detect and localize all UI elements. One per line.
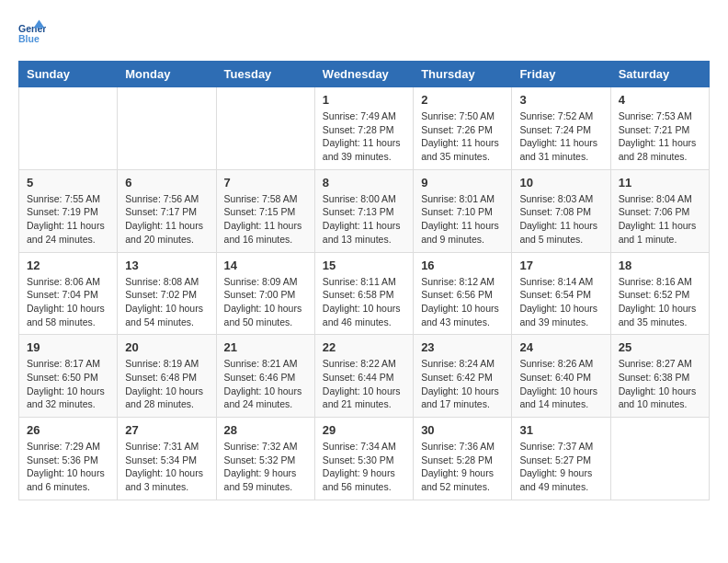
calendar-header-tuesday: Tuesday [216, 62, 314, 87]
calendar-cell-1-5: 2Sunrise: 7:50 AM Sunset: 7:26 PM Daylig… [414, 87, 512, 170]
day-number: 10 [519, 176, 602, 190]
calendar-cell-5-1: 26Sunrise: 7:29 AM Sunset: 5:36 PM Dayli… [19, 418, 118, 500]
calendar-header-thursday: Thursday [414, 62, 512, 87]
day-number: 25 [619, 340, 701, 354]
calendar-cell-4-7: 25Sunrise: 8:27 AM Sunset: 6:38 PM Dayli… [610, 335, 709, 418]
calendar-week-2: 5Sunrise: 7:55 AM Sunset: 7:19 PM Daylig… [19, 169, 710, 252]
calendar-week-5: 26Sunrise: 7:29 AM Sunset: 5:36 PM Dayli… [19, 418, 710, 500]
calendar-table: SundayMondayTuesdayWednesdayThursdayFrid… [18, 61, 710, 500]
day-info: Sunrise: 8:27 AM Sunset: 6:38 PM Dayligh… [619, 357, 701, 411]
day-info: Sunrise: 8:17 AM Sunset: 6:50 PM Dayligh… [27, 357, 109, 411]
calendar-week-1: 1Sunrise: 7:49 AM Sunset: 7:28 PM Daylig… [19, 87, 710, 170]
day-info: Sunrise: 8:01 AM Sunset: 7:10 PM Dayligh… [421, 192, 504, 247]
day-number: 1 [323, 93, 405, 107]
calendar-cell-3-4: 15Sunrise: 8:11 AM Sunset: 6:58 PM Dayli… [314, 252, 413, 335]
day-number: 28 [224, 423, 307, 437]
calendar-cell-1-2 [118, 87, 216, 170]
day-number: 22 [323, 340, 405, 354]
calendar-cell-2-4: 8Sunrise: 8:00 AM Sunset: 7:13 PM Daylig… [314, 169, 413, 252]
day-info: Sunrise: 7:49 AM Sunset: 7:28 PM Dayligh… [323, 109, 405, 164]
day-number: 5 [27, 176, 109, 190]
calendar-week-4: 19Sunrise: 8:17 AM Sunset: 6:50 PM Dayli… [19, 335, 710, 418]
day-info: Sunrise: 7:58 AM Sunset: 7:15 PM Dayligh… [224, 192, 307, 247]
calendar-cell-4-5: 23Sunrise: 8:24 AM Sunset: 6:42 PM Dayli… [414, 335, 512, 418]
day-info: Sunrise: 7:53 AM Sunset: 7:21 PM Dayligh… [619, 109, 701, 164]
calendar-header-row: SundayMondayTuesdayWednesdayThursdayFrid… [19, 62, 710, 87]
day-info: Sunrise: 8:00 AM Sunset: 7:13 PM Dayligh… [323, 192, 405, 247]
day-number: 8 [323, 176, 405, 190]
day-number: 7 [224, 176, 307, 190]
day-info: Sunrise: 8:11 AM Sunset: 6:58 PM Dayligh… [323, 275, 405, 329]
day-number: 3 [519, 93, 602, 107]
calendar-cell-1-7: 4Sunrise: 7:53 AM Sunset: 7:21 PM Daylig… [610, 87, 709, 170]
day-number: 27 [125, 423, 208, 437]
calendar-cell-5-2: 27Sunrise: 7:31 AM Sunset: 5:34 PM Dayli… [118, 418, 216, 500]
day-info: Sunrise: 8:14 AM Sunset: 6:54 PM Dayligh… [519, 275, 602, 329]
calendar-cell-4-3: 21Sunrise: 8:21 AM Sunset: 6:46 PM Dayli… [216, 335, 314, 418]
calendar-cell-1-3 [216, 87, 314, 170]
calendar-cell-3-2: 13Sunrise: 8:08 AM Sunset: 7:02 PM Dayli… [118, 252, 216, 335]
day-number: 26 [27, 423, 109, 437]
calendar-cell-1-6: 3Sunrise: 7:52 AM Sunset: 7:24 PM Daylig… [512, 87, 610, 170]
calendar-cell-3-5: 16Sunrise: 8:12 AM Sunset: 6:56 PM Dayli… [414, 252, 512, 335]
day-info: Sunrise: 7:32 AM Sunset: 5:32 PM Dayligh… [224, 440, 307, 494]
day-number: 6 [125, 176, 208, 190]
day-info: Sunrise: 8:08 AM Sunset: 7:02 PM Dayligh… [125, 275, 208, 329]
day-number: 18 [619, 259, 701, 272]
calendar-cell-3-1: 12Sunrise: 8:06 AM Sunset: 7:04 PM Dayli… [19, 252, 118, 335]
day-number: 19 [27, 340, 109, 354]
calendar-cell-2-1: 5Sunrise: 7:55 AM Sunset: 7:19 PM Daylig… [19, 169, 118, 252]
day-number: 31 [519, 423, 602, 437]
day-info: Sunrise: 7:52 AM Sunset: 7:24 PM Dayligh… [519, 109, 602, 164]
day-info: Sunrise: 7:37 AM Sunset: 5:27 PM Dayligh… [519, 440, 602, 494]
day-number: 20 [125, 340, 208, 354]
calendar-cell-4-1: 19Sunrise: 8:17 AM Sunset: 6:50 PM Dayli… [19, 335, 118, 418]
logo-icon: General Blue [18, 18, 46, 46]
calendar-header-wednesday: Wednesday [314, 62, 413, 87]
day-number: 2 [421, 93, 504, 107]
day-info: Sunrise: 7:29 AM Sunset: 5:36 PM Dayligh… [27, 440, 109, 494]
day-number: 17 [519, 259, 602, 272]
day-info: Sunrise: 8:24 AM Sunset: 6:42 PM Dayligh… [421, 357, 504, 411]
logo: General Blue [18, 18, 50, 46]
day-info: Sunrise: 8:03 AM Sunset: 7:08 PM Dayligh… [519, 192, 602, 247]
calendar-cell-5-6: 31Sunrise: 7:37 AM Sunset: 5:27 PM Dayli… [512, 418, 610, 500]
calendar-week-3: 12Sunrise: 8:06 AM Sunset: 7:04 PM Dayli… [19, 252, 710, 335]
day-info: Sunrise: 7:34 AM Sunset: 5:30 PM Dayligh… [323, 440, 405, 494]
day-number: 29 [323, 423, 405, 437]
calendar-cell-4-6: 24Sunrise: 8:26 AM Sunset: 6:40 PM Dayli… [512, 335, 610, 418]
calendar-cell-1-4: 1Sunrise: 7:49 AM Sunset: 7:28 PM Daylig… [314, 87, 413, 170]
calendar-cell-4-4: 22Sunrise: 8:22 AM Sunset: 6:44 PM Dayli… [314, 335, 413, 418]
calendar-cell-5-3: 28Sunrise: 7:32 AM Sunset: 5:32 PM Dayli… [216, 418, 314, 500]
day-info: Sunrise: 7:55 AM Sunset: 7:19 PM Dayligh… [27, 192, 109, 247]
day-info: Sunrise: 8:06 AM Sunset: 7:04 PM Dayligh… [27, 275, 109, 329]
calendar-cell-5-7 [610, 418, 709, 500]
day-info: Sunrise: 7:36 AM Sunset: 5:28 PM Dayligh… [421, 440, 504, 494]
day-number: 21 [224, 340, 307, 354]
calendar-header-sunday: Sunday [19, 62, 118, 87]
calendar-cell-1-1 [19, 87, 118, 170]
day-info: Sunrise: 8:04 AM Sunset: 7:06 PM Dayligh… [619, 192, 701, 247]
calendar-cell-5-4: 29Sunrise: 7:34 AM Sunset: 5:30 PM Dayli… [314, 418, 413, 500]
day-info: Sunrise: 7:31 AM Sunset: 5:34 PM Dayligh… [125, 440, 208, 494]
day-info: Sunrise: 8:09 AM Sunset: 7:00 PM Dayligh… [224, 275, 307, 329]
day-number: 23 [421, 340, 504, 354]
day-number: 30 [421, 423, 504, 437]
day-info: Sunrise: 8:19 AM Sunset: 6:48 PM Dayligh… [125, 357, 208, 411]
calendar-cell-2-3: 7Sunrise: 7:58 AM Sunset: 7:15 PM Daylig… [216, 169, 314, 252]
svg-text:Blue: Blue [18, 33, 40, 44]
day-number: 15 [323, 259, 405, 272]
day-number: 16 [421, 259, 504, 272]
day-number: 4 [619, 93, 701, 107]
day-info: Sunrise: 7:56 AM Sunset: 7:17 PM Dayligh… [125, 192, 208, 247]
calendar-cell-3-3: 14Sunrise: 8:09 AM Sunset: 7:00 PM Dayli… [216, 252, 314, 335]
day-info: Sunrise: 8:12 AM Sunset: 6:56 PM Dayligh… [421, 275, 504, 329]
day-number: 13 [125, 259, 208, 272]
page-header: General Blue [18, 18, 710, 46]
calendar-header-friday: Friday [512, 62, 610, 87]
day-number: 24 [519, 340, 602, 354]
day-number: 9 [421, 176, 504, 190]
day-number: 14 [224, 259, 307, 272]
calendar-cell-2-2: 6Sunrise: 7:56 AM Sunset: 7:17 PM Daylig… [118, 169, 216, 252]
calendar-cell-5-5: 30Sunrise: 7:36 AM Sunset: 5:28 PM Dayli… [414, 418, 512, 500]
